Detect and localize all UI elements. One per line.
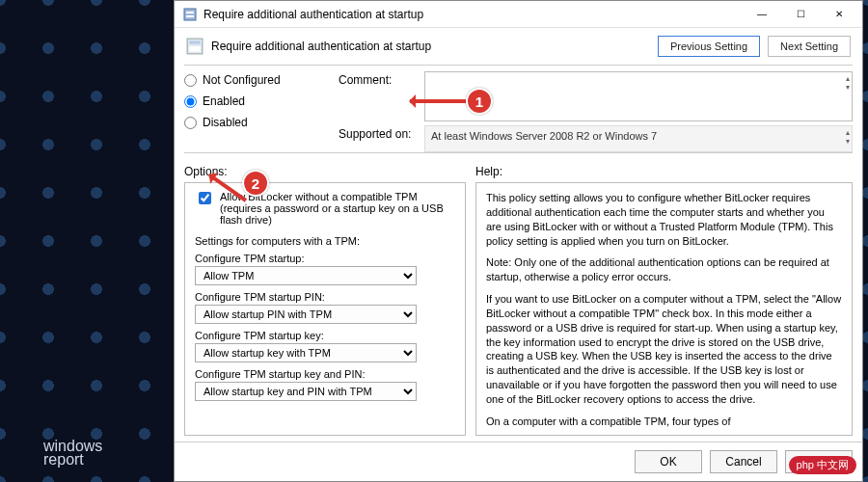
svg-rect-0 (184, 9, 196, 20)
help-paragraph: On a computer with a compatible TPM, fou… (486, 415, 842, 429)
policy-header: Require additional authentication at sta… (175, 28, 862, 65)
dialog-footer: OK Cancel Apply (175, 442, 862, 481)
tpm-section-title: Settings for computers with a TPM: (195, 235, 455, 247)
watermark-windowsreport: windows report (43, 439, 102, 468)
divider (184, 65, 853, 66)
tpm-startup-pin-select[interactable]: Allow startup PIN with TPM (195, 305, 417, 324)
supported-on-value: At least Windows Server 2008 R2 or Windo… (424, 125, 853, 152)
divider (184, 152, 853, 153)
window-title: Require additional authentication at sta… (203, 8, 743, 21)
radio-label: Enabled (203, 94, 245, 108)
next-setting-button[interactable]: Next Setting (768, 36, 851, 57)
options-panel: Allow BitLocker without a compatible TPM… (184, 182, 466, 436)
previous-setting-button[interactable]: Previous Setting (658, 36, 760, 57)
help-paragraph: Note: Only one of the additional authent… (486, 255, 842, 284)
options-label: Options: (184, 165, 466, 178)
tpm-startup-key-label: Configure TPM startup key: (195, 330, 455, 341)
checkbox-input[interactable] (199, 192, 211, 204)
tpm-startup-keypin-label: Configure TPM startup key and PIN: (195, 368, 455, 380)
help-paragraph: This policy setting allows you to config… (486, 191, 842, 248)
tpm-startup-label: Configure TPM startup: (195, 253, 455, 264)
state-and-comment-row: Not Configured Enabled Disabled Comment:… (175, 71, 862, 152)
radio-label: Not Configured (203, 73, 281, 87)
titlebar: Require additional authentication at sta… (175, 1, 862, 28)
help-label: Help: (475, 165, 502, 178)
radio-not-configured[interactable]: Not Configured (184, 73, 329, 87)
svg-rect-5 (189, 46, 200, 52)
help-panel: This policy setting allows you to config… (475, 182, 853, 436)
radio-disabled[interactable]: Disabled (184, 116, 329, 129)
state-radios: Not Configured Enabled Disabled (184, 71, 329, 152)
scroll-arrows-icon[interactable]: ▴▾ (846, 128, 850, 146)
minimize-button[interactable]: ― (743, 2, 781, 27)
comment-label: Comment: (339, 71, 420, 87)
watermark-php: php 中文网 (789, 456, 856, 474)
supported-label: Supported on: (339, 125, 420, 141)
radio-enabled[interactable]: Enabled (184, 94, 329, 108)
tpm-startup-pin-label: Configure TPM startup PIN: (195, 291, 455, 303)
close-button[interactable]: ✕ (820, 2, 858, 27)
svg-rect-1 (186, 12, 194, 13)
annotation-arrow (410, 99, 466, 103)
help-paragraph: If you want to use BitLocker on a comput… (486, 292, 842, 407)
cancel-button[interactable]: Cancel (710, 450, 777, 473)
radio-label: Disabled (203, 116, 248, 129)
panel-headers: Options: Help: (175, 159, 862, 182)
maximize-button[interactable]: ☐ (781, 2, 820, 27)
annotation-badge-2: 2 (242, 170, 269, 197)
tpm-startup-keypin-select[interactable]: Allow startup key and PIN with TPM (195, 382, 417, 401)
policy-editor-window: Require additional authentication at sta… (174, 0, 863, 482)
tpm-startup-select[interactable]: Allow TPM (195, 266, 417, 285)
policy-icon (186, 38, 203, 55)
tpm-startup-key-select[interactable]: Allow startup key with TPM (195, 343, 417, 362)
ok-button[interactable]: OK (635, 450, 702, 473)
allow-bitlocker-no-tpm-checkbox[interactable]: Allow BitLocker without a compatible TPM… (195, 191, 455, 226)
policy-title: Require additional authentication at sta… (211, 40, 650, 53)
svg-rect-2 (186, 15, 194, 17)
policy-window-icon (182, 7, 198, 22)
annotation-badge-1: 1 (466, 88, 493, 115)
svg-rect-4 (189, 40, 200, 43)
scroll-arrows-icon[interactable]: ▴▾ (846, 74, 850, 92)
